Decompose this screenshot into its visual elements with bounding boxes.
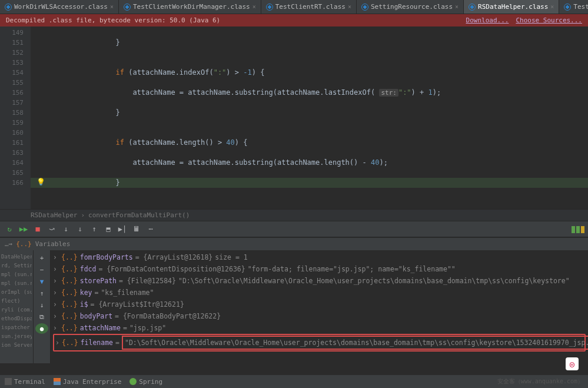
decompiled-banner: Decompiled .class file, bytecode version… — [0, 14, 588, 26]
debug-toolbar: ↻ ▶▶ ■ ⤻ ↓ ⇓ ↑ ⬒ ▶| 🖩 ⋯ — [0, 221, 588, 237]
breadcrumb-class[interactable]: RSDataHelper — [31, 211, 77, 219]
frames-panel[interactable]: DataHelper (rd, Settinmpl (sun.rempl (su… — [0, 250, 33, 363]
var-is[interactable]: ›{..}i$ = {ArrayList$Itr@12621} — [53, 299, 586, 310]
more-icon[interactable]: ⋯ — [145, 223, 157, 235]
terminal-icon — [5, 378, 12, 385]
code-editor[interactable]: 💡 14915115215315415515615715815916016116… — [0, 26, 588, 209]
close-icon[interactable]: × — [550, 4, 554, 10]
resume-icon[interactable]: ▶▶ — [18, 223, 29, 235]
var-key[interactable]: ›{..}key = "ks_filename" — [53, 287, 586, 299]
close-icon[interactable]: × — [110, 4, 114, 10]
choose-sources-link[interactable]: Choose Sources... — [516, 16, 582, 24]
drop-frame-icon[interactable]: ⬒ — [102, 223, 114, 235]
class-icon — [5, 4, 12, 11]
step-out-icon[interactable]: ↑ — [88, 223, 100, 235]
tab-testclientrt[interactable]: TestClientRT.class× — [261, 0, 357, 14]
close-icon[interactable]: × — [455, 4, 459, 10]
move-down-icon[interactable]: ↓ — [35, 300, 48, 310]
breadcrumb-method[interactable]: convertFormDataMultiPart() — [88, 211, 190, 219]
java-enterprise-tab[interactable]: Java Enterprise — [54, 378, 121, 386]
remove-watch-icon[interactable]: − — [35, 264, 48, 275]
step-into-icon[interactable]: ↓ — [60, 223, 72, 235]
variables-tree[interactable]: ›{..}fomrBodyParts = {ArrayList@12618} s… — [51, 250, 588, 363]
tab-settingresource[interactable]: SettingResource.class× — [357, 0, 464, 14]
tab-rsdatahelper[interactable]: RSDataHelper.class× — [464, 0, 559, 14]
close-icon[interactable]: × — [348, 4, 351, 10]
status-indicators — [572, 226, 584, 233]
spring-icon — [129, 378, 137, 385]
run-to-cursor-icon[interactable]: ▶| — [117, 223, 128, 235]
code-content[interactable]: } if (attachName.indexOf(":") > -1) { at… — [31, 26, 588, 209]
banner-text: Decompiled .class file, bytecode version… — [6, 16, 220, 24]
debug-panel: DataHelper (rd, Settinmpl (sun.rempl (su… — [0, 250, 588, 363]
rerun-icon[interactable]: ↻ — [4, 223, 15, 235]
status-bar: Terminal Java Enterprise Spring 安全客（www.… — [0, 375, 588, 388]
variables-header: …→ {..} Variables — [0, 237, 588, 250]
force-step-into-icon[interactable]: ⇓ — [74, 223, 86, 235]
evaluate-icon[interactable]: 🖩 — [131, 223, 142, 235]
spring-tab[interactable]: Spring — [129, 378, 162, 386]
debug-side-toolbar: + − ▼ ↑ ↓ ⧉ ● — [33, 250, 51, 363]
breadcrumb: RSDataHelper › convertFormDataMultiPart(… — [0, 209, 588, 221]
site-favicon: ◎ — [566, 357, 579, 370]
tab-testpageprovider4wls[interactable]: TestPageProvider4WLS.class× — [559, 0, 588, 14]
watermark: 安全客（www.anquanke.com） — [497, 377, 583, 386]
mark-icon[interactable]: ● — [35, 323, 48, 334]
add-watch-icon[interactable]: + — [35, 253, 48, 263]
class-icon — [124, 4, 131, 11]
step-over-icon[interactable]: ⤻ — [46, 223, 58, 235]
filter-icon[interactable]: ▼ — [35, 276, 48, 287]
class-icon — [361, 4, 368, 11]
copy-icon[interactable]: ⧉ — [35, 311, 48, 322]
stop-icon[interactable]: ■ — [32, 223, 44, 235]
terminal-tab[interactable]: Terminal — [5, 378, 45, 386]
tab-workdirwlsaccessor[interactable]: WorkDirWLSAccessor.class× — [0, 0, 119, 14]
line-gutter: 1491511521531541551561571581591601611631… — [0, 26, 31, 209]
var-bodypart[interactable]: ›{..}bodyPart = {FormDataBodyPart@12622} — [53, 310, 586, 322]
class-icon — [266, 4, 273, 11]
java-icon — [54, 378, 61, 385]
var-storepath[interactable]: ›{..}storePath = {File@12584} "D:\Soft\O… — [53, 275, 586, 287]
editor-tabs: WorkDirWLSAccessor.class× TestClientWork… — [0, 0, 588, 14]
move-up-icon[interactable]: ↑ — [35, 288, 48, 299]
var-attachname[interactable]: ›{..}attachName = "jsp.jsp" — [53, 322, 586, 334]
class-icon — [564, 4, 571, 11]
class-icon — [469, 4, 476, 11]
var-fdcd[interactable]: ›{..}fdcd = {FormDataContentDisposition@… — [53, 263, 586, 275]
close-icon[interactable]: × — [253, 4, 256, 10]
tab-testclientworkdirmanager[interactable]: TestClientWorkDirManager.class× — [119, 0, 261, 14]
var-fomrbodyparts[interactable]: ›{..}fomrBodyParts = {ArrayList@12618} s… — [53, 251, 586, 263]
var-filename[interactable]: ›{..}filename = "D:\Soft\Oracle\Middlewa… — [53, 334, 586, 351]
download-link[interactable]: Download... — [466, 16, 509, 24]
